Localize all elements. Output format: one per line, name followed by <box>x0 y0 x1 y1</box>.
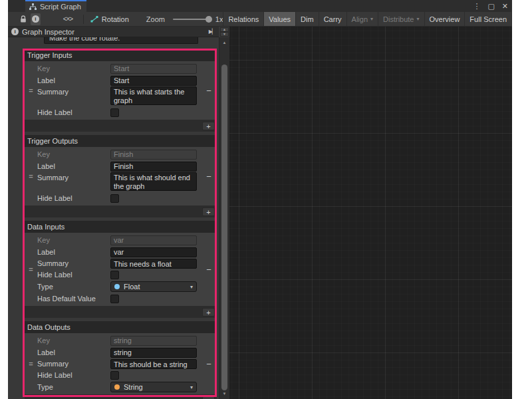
section-trigger-inputs: Trigger Inputs = Key Start Label <box>25 49 217 135</box>
section-title: Trigger Outputs <box>25 135 217 147</box>
zoom-slider[interactable] <box>173 16 210 23</box>
has-default-row: Has Default Value <box>37 293 201 305</box>
spinner-up-icon[interactable]: ▲ <box>220 27 229 32</box>
drag-handle-icon: = <box>29 360 33 368</box>
close-icon[interactable]: ✕ <box>502 2 508 11</box>
has-default-checkbox[interactable] <box>110 295 119 303</box>
hide-label-label: Hide Label <box>37 271 110 279</box>
dim-button[interactable]: Dim <box>295 12 319 26</box>
unity-visual-scripting-window: Script Graph ⋮ ▢ ✕ i <×> Rotation <box>8 0 512 399</box>
overview-button[interactable]: Overview <box>424 12 465 26</box>
chevron-down-icon: ▾ <box>417 16 420 22</box>
window-controls: ⋮ ▢ ✕ <box>473 0 508 12</box>
drag-handle[interactable]: = <box>25 147 37 205</box>
key-row: Key string <box>37 334 201 346</box>
add-item-button[interactable]: + <box>202 308 215 317</box>
hide-label-checkbox[interactable] <box>110 271 119 279</box>
toolbar-toggle-group: Relations Values Dim Carry Align ▾ Distr… <box>223 12 512 26</box>
summary-input[interactable]: This should be a string <box>110 359 197 369</box>
label-input[interactable] <box>110 76 197 86</box>
hide-label-row: Hide Label <box>37 106 201 118</box>
remove-gutter: − <box>201 333 217 394</box>
summary-row: Summary This needs a float <box>37 258 201 269</box>
section-footer: + <box>25 394 217 399</box>
remove-gutter: − <box>201 147 217 205</box>
pin-panel-icon[interactable]: ▶▏ <box>209 29 215 35</box>
zoom-value: 1x <box>215 15 223 23</box>
port-item: = Key string Label Summary T <box>25 333 217 394</box>
distribute-dropdown[interactable]: Distribute ▾ <box>378 12 424 26</box>
rotation-icon <box>90 15 98 23</box>
graph-inspector-header: i Graph Inspector ▶▏ <box>8 27 219 37</box>
type-value: Float <box>124 283 140 291</box>
zoom-slider-thumb[interactable] <box>205 16 212 23</box>
add-item-button[interactable]: + <box>202 396 215 399</box>
remove-item-button[interactable]: − <box>206 172 211 181</box>
summary-input[interactable]: This is what starts the graph <box>110 86 197 105</box>
key-input: Start <box>110 64 197 74</box>
spinner-down-icon[interactable]: ▼ <box>220 32 229 37</box>
add-item-button[interactable]: + <box>202 207 215 216</box>
port-fields: Key Finish Label Summary This is what sh… <box>37 147 201 205</box>
scroll-down-icon[interactable]: ▼ <box>219 390 229 398</box>
section-data-inputs: Data Inputs = Key var Label <box>25 221 217 321</box>
maximize-icon[interactable]: ▢ <box>487 2 494 11</box>
summary-row: Summary This is what starts the graph <box>37 86 201 106</box>
label-input[interactable] <box>110 348 197 358</box>
key-input: string <box>110 336 197 346</box>
remove-item-button[interactable]: − <box>206 265 211 274</box>
carry-button[interactable]: Carry <box>319 12 346 26</box>
chevron-down-icon: ▾ <box>190 384 193 390</box>
section-title: Trigger Inputs <box>25 49 217 61</box>
values-button[interactable]: Values <box>263 12 295 26</box>
zoom-slider-track <box>173 19 210 20</box>
string-type-icon <box>114 384 120 390</box>
type-label: Type <box>37 283 110 291</box>
summary-input[interactable]: This needs a float <box>110 259 197 269</box>
label-input[interactable] <box>110 162 197 172</box>
lock-icon[interactable] <box>20 13 27 25</box>
drag-handle[interactable]: = <box>25 333 37 394</box>
fullscreen-button[interactable]: Full Screen <box>464 12 512 26</box>
chevron-down-icon: ▾ <box>370 16 373 22</box>
drag-handle[interactable]: = <box>25 61 37 120</box>
scrollbar-thumb[interactable] <box>221 65 227 390</box>
label-label: Label <box>37 76 110 84</box>
hide-label-checkbox[interactable] <box>110 108 119 117</box>
window-menu-icon[interactable]: ⋮ <box>473 2 480 11</box>
info-icon: i <box>11 28 19 35</box>
type-row: Type String ▾ <box>37 381 201 393</box>
graph-summary-clipped[interactable]: Make the cube rotate. <box>44 37 198 44</box>
drag-handle-icon: = <box>29 172 33 180</box>
key-input: var <box>110 235 197 245</box>
summary-input[interactable]: This is what should end the graph <box>110 172 197 191</box>
port-item: = Key Start Label Summary Th <box>25 61 217 120</box>
tab-script-graph[interactable]: Script Graph <box>25 0 86 12</box>
label-input[interactable] <box>110 247 197 257</box>
inspector-toggle-button[interactable]: i <box>31 13 41 25</box>
remove-item-button[interactable]: − <box>206 86 211 95</box>
add-item-button[interactable]: + <box>202 122 215 130</box>
label-label: Label <box>37 248 110 256</box>
graph-summary-text: Make the cube rotate. <box>45 37 198 43</box>
inspector-scrollbar[interactable]: ▲ ▼ <box>219 37 229 399</box>
key-label: Key <box>37 236 110 244</box>
scroll-up-icon[interactable]: ▲ <box>219 39 229 47</box>
hide-label-checkbox[interactable] <box>110 194 119 203</box>
code-preview-icon[interactable]: <×> <box>63 15 73 23</box>
relations-button[interactable]: Relations <box>223 12 263 26</box>
hide-label-checkbox[interactable] <box>110 371 119 380</box>
remove-item-button[interactable]: − <box>206 360 211 368</box>
hide-label-row: Hide Label <box>37 192 201 204</box>
hide-label-label: Hide Label <box>37 194 110 202</box>
rotation-button[interactable]: Rotation <box>90 15 129 23</box>
drag-handle[interactable]: = <box>25 233 37 306</box>
rotation-label: Rotation <box>102 15 129 23</box>
type-dropdown[interactable]: Float ▾ <box>110 281 197 292</box>
graph-canvas[interactable] <box>229 27 512 399</box>
summary-row: Summary This should be a string <box>37 358 201 369</box>
align-dropdown[interactable]: Align ▾ <box>346 12 378 26</box>
type-dropdown[interactable]: String ▾ <box>110 382 197 392</box>
key-row: Key Finish <box>37 148 201 160</box>
script-graph-icon <box>29 3 37 10</box>
